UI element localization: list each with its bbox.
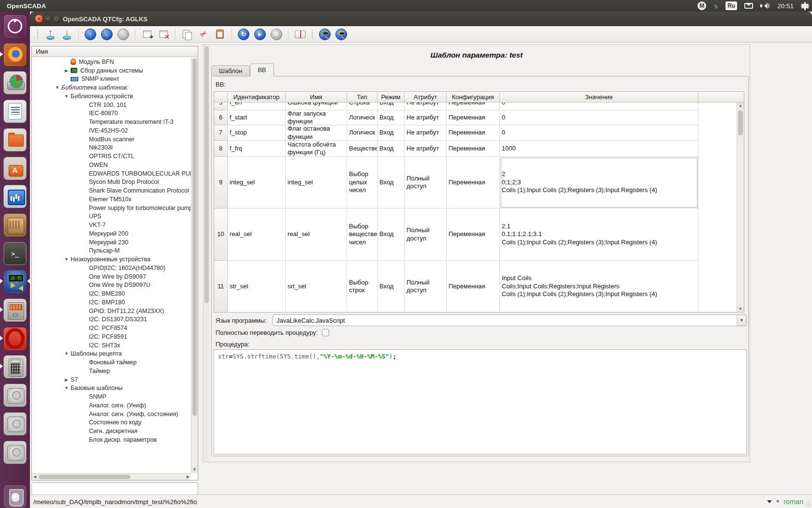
- expander-icon[interactable]: ▼: [62, 351, 71, 356]
- toolbar-handle[interactable]: [312, 30, 313, 39]
- launcher-item-system-monitor[interactable]: [3, 185, 27, 208]
- scrollbar-thumb[interactable]: [204, 46, 209, 303]
- table-cell[interactable]: integ_sel: [286, 157, 347, 209]
- launcher-item-terminal[interactable]: [3, 242, 27, 265]
- table-cell[interactable]: Вход: [377, 110, 405, 125]
- table-cell[interactable]: Вход: [377, 103, 405, 110]
- launcher-item-opera[interactable]: [3, 327, 27, 350]
- table-cell[interactable]: Флаг запуска функции: [286, 110, 347, 125]
- launcher-item-archive-manager[interactable]: [3, 299, 27, 322]
- table-cell[interactable]: Переменная: [447, 125, 500, 141]
- table-cell[interactable]: 0: [500, 110, 698, 125]
- scrollbar-up-icon[interactable]: ▲: [737, 103, 744, 109]
- tree-item[interactable]: Аналог. сигн. (Униф): [32, 401, 191, 410]
- cut-button[interactable]: ✂: [196, 28, 211, 41]
- item-add-button[interactable]: +: [140, 28, 154, 41]
- table-cell[interactable]: real_sel: [286, 209, 347, 261]
- table-cell[interactable]: Переменная: [447, 110, 500, 125]
- table-cell[interactable]: str_sel: [228, 261, 286, 313]
- table-cell[interactable]: 2.1 0.1;1.1;2.1;3.1 Coils (1);Input Coil…: [500, 209, 698, 261]
- tree-item[interactable]: ▼Библиотека шаблонов:: [32, 83, 191, 92]
- clock[interactable]: 20:51: [777, 2, 794, 10]
- table-cell[interactable]: Переменная: [447, 141, 500, 157]
- tree-item[interactable]: ▶S7: [32, 375, 191, 384]
- tree-item[interactable]: Elemer TM510x: [32, 195, 191, 204]
- table-cell[interactable]: Полный доступ: [405, 261, 447, 313]
- launcher-item-hard-disk[interactable]: [3, 384, 27, 407]
- minimize-button[interactable]: –: [44, 15, 52, 23]
- launcher-item-openscada[interactable]: [3, 270, 27, 293]
- start-button[interactable]: ▶: [253, 28, 267, 41]
- tree-item[interactable]: Меркурий 200: [32, 229, 191, 238]
- table-cell[interactable]: Input Coils Coils;Input Coils;Registers;…: [500, 261, 698, 313]
- tree-item[interactable]: ▼Библиотека устройств: [32, 92, 191, 101]
- table-cell[interactable]: f_err: [228, 103, 286, 110]
- tree-item[interactable]: One Wire by DS9097: [32, 272, 191, 281]
- keyboard-layout-indicator[interactable]: Ru: [725, 1, 737, 10]
- expander-icon[interactable]: ▼: [62, 386, 71, 390]
- tree-item[interactable]: EDWARDS TURBOMOLECULAR PUMP: [32, 169, 191, 178]
- table-cell[interactable]: Флаг останова функции: [286, 125, 347, 141]
- tree-horizontal-scrollbar[interactable]: ◀ ▶: [32, 473, 191, 480]
- tree-item[interactable]: IEC-60870: [32, 109, 191, 118]
- tree-item[interactable]: OWEN: [32, 161, 191, 169]
- tree-item[interactable]: Power supply for turbomolecular pump: [32, 204, 191, 212]
- table-cell[interactable]: Переменная: [447, 209, 500, 261]
- table-cell[interactable]: 0: [500, 125, 698, 141]
- form-vertical-scrollbar[interactable]: [204, 46, 209, 461]
- table-cell[interactable]: Строка: [347, 103, 377, 110]
- qtcfg-tool-2-button[interactable]: [334, 28, 348, 41]
- tree-vertical-scrollbar[interactable]: ▼: [191, 58, 198, 473]
- table-cell[interactable]: f_start: [228, 110, 286, 125]
- table-cell[interactable]: Не атрибут: [405, 141, 447, 157]
- tree-item[interactable]: GPIO|I2C: 1602A(HD44780): [32, 264, 191, 272]
- procedure-editor[interactable]: str=SYS.strftime(SYS.time(),"%Y-%m-%d-%H…: [214, 349, 747, 454]
- table-cell[interactable]: Вход: [377, 125, 405, 141]
- copy-button[interactable]: [180, 28, 194, 41]
- launcher-item-calculator[interactable]: [3, 355, 27, 378]
- tree-item[interactable]: Модуль BFN: [32, 58, 191, 66]
- tree-item[interactable]: ▼Низкоуровневые устройства: [32, 255, 191, 264]
- tree-item[interactable]: SNMP: [32, 392, 191, 401]
- table-vertical-scrollbar[interactable]: ▲ ▼: [737, 103, 744, 312]
- tree-filter-input[interactable]: [31, 482, 198, 495]
- expander-icon[interactable]: ▶: [62, 68, 71, 73]
- scrollbar-thumb[interactable]: [192, 59, 197, 416]
- table-cell[interactable]: Веществе: [347, 141, 377, 157]
- column-header[interactable]: Значение: [500, 92, 698, 103]
- tree-item[interactable]: ModBus scanner: [32, 135, 191, 144]
- tree-item[interactable]: I2C: PCF8591: [32, 332, 191, 341]
- tree-item[interactable]: I2C: SHT3x: [32, 341, 191, 350]
- messaging-indicator-icon[interactable]: M: [697, 1, 706, 10]
- tree-item[interactable]: Shark Slave Communication Protocol: [32, 186, 191, 195]
- launcher-item-ubuntu-dash[interactable]: [3, 15, 27, 38]
- table-cell[interactable]: Частота обсчёта функции (Гц): [286, 141, 347, 157]
- column-header[interactable]: Идентификатор: [228, 92, 286, 103]
- stop-button[interactable]: ✕: [269, 28, 284, 41]
- scrollbar-right-icon[interactable]: ▶: [185, 474, 191, 480]
- scrollbar-thumb[interactable]: [39, 475, 130, 479]
- current-user[interactable]: roman: [783, 498, 803, 506]
- tree-item[interactable]: IVE-452HS-02: [32, 126, 191, 135]
- window-titlebar[interactable]: ✕ – ▢ OpenSCADA QTCfg: AGLKS: [30, 12, 812, 26]
- table-cell[interactable]: f_stop: [228, 125, 286, 141]
- paste-button[interactable]: [213, 28, 227, 41]
- scrollbar-left-icon[interactable]: ◀: [32, 474, 38, 480]
- tree-item[interactable]: Пульсар-М: [32, 247, 191, 255]
- tree-item[interactable]: Аналог. сигн. (Униф, состояния): [32, 410, 191, 418]
- volume-icon[interactable]: [760, 2, 770, 10]
- column-header[interactable]: Тип: [347, 92, 377, 103]
- forward-button[interactable]: →: [116, 28, 130, 41]
- scrollbar-down-icon[interactable]: ▼: [737, 306, 744, 312]
- load-from-db-button[interactable]: ↑: [43, 28, 58, 41]
- table-cell[interactable]: Переменная: [447, 103, 500, 110]
- reload-button[interactable]: ↻: [236, 28, 251, 41]
- language-combobox[interactable]: JavaLikeCalc.JavaScript ▼: [273, 314, 747, 326]
- expander-icon[interactable]: ▶: [62, 377, 71, 382]
- launcher-item-firefox[interactable]: [3, 43, 27, 66]
- tree-item[interactable]: Состояние по коду: [32, 418, 191, 427]
- launcher-item-wooden-cabinet[interactable]: [3, 213, 27, 237]
- tree-item[interactable]: I2C: DS1307,DS3231: [32, 315, 191, 324]
- tree-item[interactable]: SNMP клиент: [32, 75, 191, 84]
- expander-icon[interactable]: ▼: [53, 85, 61, 90]
